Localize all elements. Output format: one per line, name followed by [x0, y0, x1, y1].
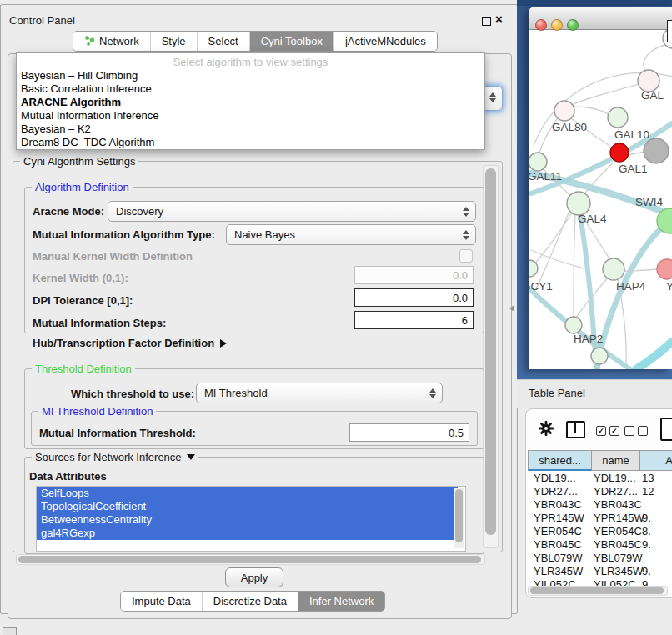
tab-jactivemnodules[interactable]: jActiveMNodules	[334, 32, 437, 51]
network-node-label: SWI4	[635, 196, 663, 208]
apply-button[interactable]: Apply	[225, 568, 283, 588]
top-tab-bar: NetworkStyleSelectCyni ToolboxjActiveMNo…	[73, 31, 438, 52]
table-cell: YPR145W	[594, 512, 644, 525]
attribute-item-topologicalcoefficient[interactable]: TopologicalCoefficient	[37, 500, 458, 513]
network-canvas[interactable]: GALGAL80GAL10GAL1GAL11GAL4SWI4GCY1HAP4YH…	[529, 30, 672, 369]
hub-definition-label: Hub/Transcription Factor Definition	[33, 337, 214, 349]
table-cell: YBR045C	[534, 538, 582, 552]
table-cell: YDL19...	[594, 472, 636, 485]
mi-threshold-field[interactable]: 0.5	[349, 423, 469, 442]
split-view-icon[interactable]	[566, 421, 585, 438]
sources-title-row[interactable]: Sources for Network Inference	[32, 451, 198, 463]
network-node-gal4[interactable]	[567, 192, 590, 215]
float-window-icon[interactable]	[482, 17, 491, 26]
table-row[interactable]: YIL052CYIL052C9.	[528, 578, 671, 586]
combo-stepper-icon	[489, 92, 496, 102]
dropdown-item-basic-correlation-inference[interactable]: Basic Correlation Inference	[17, 82, 484, 96]
dropdown-placeholder: Select algorithm to view settings	[17, 55, 484, 69]
network-node-hap2[interactable]	[565, 317, 582, 333]
table-row[interactable]: YLR345WYLR345W9.	[528, 565, 671, 578]
network-window-titlebar[interactable]	[529, 7, 672, 30]
table-row[interactable]: YDL19...YDL19...13	[528, 472, 671, 485]
algorithm-dropdown[interactable]: Select algorithm to view settings Bayesi…	[16, 52, 485, 150]
checked-columns-icon[interactable]: ✓✓	[596, 426, 619, 436]
aracne-mode-combo[interactable]: Discovery	[108, 201, 476, 222]
close-icon[interactable]: ×	[495, 12, 503, 26]
gear-icon[interactable]	[538, 420, 554, 437]
tab-label: jActiveMNodules	[345, 35, 426, 48]
manual-kernel-width-checkbox[interactable]	[459, 249, 473, 262]
network-node[interactable]	[591, 348, 608, 364]
mi-steps-field[interactable]: 6	[354, 311, 474, 329]
attribute-item-betweennesscentrality[interactable]: BetweennessCentrality	[37, 513, 458, 527]
network-node[interactable]	[644, 138, 669, 163]
which-threshold-combo[interactable]: MI Threshold	[196, 382, 443, 403]
mi-algorithm-type-combo[interactable]: Naive Bayes	[226, 224, 476, 245]
network-edge	[597, 222, 669, 369]
dropdown-item-aracne-algorithm[interactable]: ARACNE Algorithm	[17, 96, 484, 109]
column-header-label: shared...	[539, 454, 581, 467]
tab-style[interactable]: Style	[151, 32, 198, 51]
combo-stepper-icon	[429, 388, 436, 398]
attribute-item-gal4rgexp[interactable]: gal4RGexp	[37, 527, 458, 540]
collapse-down-icon	[187, 454, 195, 460]
table-row[interactable]: YBR043CYBR043C	[528, 498, 671, 512]
network-node-label: Y	[666, 280, 672, 292]
tab-select[interactable]: Select	[198, 32, 250, 51]
tab-infer-network[interactable]: Infer Network	[298, 592, 384, 611]
tab-label: Network	[99, 35, 139, 48]
table-row[interactable]: YBL079WYBL079W	[528, 552, 671, 565]
table-hscrollbar-thumb[interactable]	[530, 588, 664, 594]
attribute-item-selfloops[interactable]: SelfLoops	[37, 487, 458, 500]
table-cell: YLR345W	[594, 565, 643, 578]
dropdown-item-mutual-information-inference[interactable]: Mutual Information Inference	[17, 109, 484, 122]
data-attributes-list[interactable]: SelfLoopsTopologicalCoefficientBetweenne…	[36, 486, 466, 552]
panel-divider-collapse-icon[interactable]	[509, 305, 514, 312]
tab-discretize-data[interactable]: Discretize Data	[203, 592, 298, 611]
dropdown-items: Bayesian – Hill ClimbingBasic Correlatio…	[17, 69, 484, 149]
mac-close-icon[interactable]	[535, 19, 547, 31]
network-edge	[572, 107, 609, 115]
unchecked-columns-icon[interactable]	[624, 426, 648, 436]
network-node-gal11[interactable]	[529, 152, 547, 171]
network-view-window: GALGAL80GAL10GAL1GAL11GAL4SWI4GCY1HAP4YH…	[529, 7, 672, 369]
network-node-label: GAL11	[529, 170, 562, 182]
hub-definition-toggle[interactable]: Hub/Transcription Factor Definition	[33, 337, 227, 349]
kernel-width-field[interactable]: 0.0	[354, 266, 474, 284]
tab-impute-data[interactable]: Impute Data	[121, 592, 203, 611]
network-node-hap4[interactable]	[603, 258, 624, 280]
dropdown-item-bayesian-k2[interactable]: Bayesian – K2	[17, 122, 484, 136]
data-attributes-label: Data Attributes	[29, 470, 107, 482]
network-node-gal10[interactable]	[608, 108, 628, 128]
tab-label: Cyni Toolbox	[261, 35, 323, 48]
table-cell: 13	[642, 472, 654, 485]
combo-stepper-icon	[463, 230, 469, 240]
dropdown-item-bayesian-hill-climbing[interactable]: Bayesian – Hill Climbing	[17, 69, 484, 82]
document-icon[interactable]	[660, 418, 672, 441]
network-node-y[interactable]	[657, 259, 672, 279]
table-row[interactable]: YDR27...YDR27...12	[528, 485, 671, 498]
column-header-a[interactable]: A	[640, 450, 672, 471]
network-node-gal1[interactable]	[610, 143, 629, 162]
mac-minimize-icon[interactable]	[551, 19, 563, 31]
tab-cyni-toolbox[interactable]: Cyni Toolbox	[250, 32, 334, 51]
bottom-corner-icon[interactable]	[3, 628, 17, 635]
mac-zoom-icon[interactable]	[567, 19, 579, 31]
table-row[interactable]: YER054CYER054C8.	[528, 525, 671, 538]
table-rows[interactable]: YDL19...YDL19...13YDR27...YDR27...12YBR0…	[528, 472, 671, 586]
column-header-shared-[interactable]: shared...	[528, 450, 592, 471]
which-threshold-value: MI Threshold	[204, 387, 268, 399]
network-node-label: HAP4	[616, 280, 646, 292]
settings-hscrollbar-thumb[interactable]	[18, 556, 481, 563]
settings-scrollbar-thumb[interactable]	[485, 168, 496, 535]
table-cell: YPR145W	[534, 512, 584, 525]
dpi-tolerance-field[interactable]: 0.0	[354, 288, 474, 307]
table-row[interactable]: YPR145WYPR145W9.	[528, 512, 671, 525]
column-header-name[interactable]: name	[592, 450, 640, 471]
tab-network[interactable]: Network	[73, 32, 151, 51]
dropdown-item-dream8-dc-tdc-algorithm[interactable]: Dream8 DC_TDC Algorithm	[17, 136, 484, 149]
tab-label: Infer Network	[309, 595, 374, 608]
attributes-scrollbar-thumb[interactable]	[455, 489, 463, 542]
table-row[interactable]: YBR045CYBR045C9.	[528, 538, 671, 552]
network-node-gal80[interactable]	[554, 101, 574, 121]
